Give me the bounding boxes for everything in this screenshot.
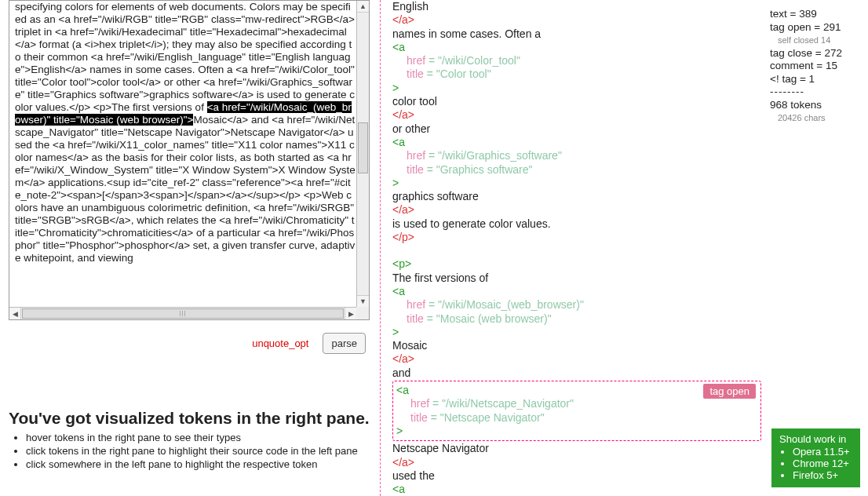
attr-value-token[interactable]: = "Mosaic (web browser)" xyxy=(427,312,552,325)
scroll-left-icon[interactable]: ◀ xyxy=(9,308,21,319)
text-token[interactable]: graphics software xyxy=(392,190,761,203)
text-token[interactable]: Mosaic xyxy=(392,339,761,352)
attr-value-token[interactable]: = "/wiki/Color_tool" xyxy=(429,54,520,67)
instructions-heading: You've got visualized tokens in the righ… xyxy=(9,409,370,428)
source-content[interactable]: specifying colors for elements of web do… xyxy=(15,1,356,306)
attr-value-token[interactable]: = "Graphics software" xyxy=(427,163,533,176)
text-token[interactable]: The first versions of xyxy=(392,272,761,285)
stat-tag-open: tag open = 291 xyxy=(770,21,860,35)
instruction-item: hover tokens in the right pane to see th… xyxy=(26,432,370,444)
tag-close-token[interactable]: </a> xyxy=(392,203,761,217)
stat-text: text = 389 xyxy=(770,8,860,21)
pane-divider xyxy=(380,0,381,496)
attr-value-token[interactable]: = "/wiki/Mosaic_(web_browser)" xyxy=(429,298,584,311)
tag-close-token[interactable]: </a> xyxy=(392,13,761,27)
tag-close-token[interactable]: </a> xyxy=(392,108,761,122)
stat-chars: 20426 chars xyxy=(770,111,860,125)
text-token[interactable]: and xyxy=(392,367,761,380)
vertical-scrollbar[interactable]: ▲ ▼ xyxy=(356,1,369,307)
tag-open-end-token[interactable]: > xyxy=(392,82,761,95)
tag-open-token[interactable]: <a xyxy=(392,136,761,149)
stat-bang-tag: <! tag = 1 xyxy=(770,73,860,86)
text-token[interactable]: Netscape Navigator xyxy=(392,442,761,455)
tag-close-token[interactable]: </p> xyxy=(392,231,761,244)
parse-button[interactable]: parse xyxy=(323,333,366,354)
controls-row: unquote_opt parse xyxy=(9,333,370,354)
scroll-down-icon[interactable]: ▼ xyxy=(357,295,369,307)
tag-open-end-token[interactable]: > xyxy=(392,177,761,190)
tag-close-token[interactable]: </a> xyxy=(392,456,761,469)
left-pane: specifying colors for elements of web do… xyxy=(9,0,370,472)
stat-self-closed: self closed 14 xyxy=(770,34,860,47)
scroll-up-icon[interactable]: ▲ xyxy=(357,1,369,13)
attr-value-token[interactable]: = "/wiki/Graphics_software" xyxy=(429,149,562,162)
horizontal-scroll-thumb[interactable] xyxy=(22,308,344,319)
stat-tag-close: tag close = 272 xyxy=(770,47,860,60)
text-token[interactable]: color tool xyxy=(392,95,761,108)
tag-close-token[interactable]: </a> xyxy=(392,352,761,366)
tag-open-token[interactable]: <a xyxy=(392,41,761,54)
token-pane: English </a> names in some cases. Often … xyxy=(392,0,761,496)
instructions: You've got visualized tokens in the righ… xyxy=(9,409,370,471)
tag-open-token[interactable]: <p> xyxy=(392,257,761,271)
attr-name-token[interactable]: title xyxy=(410,411,428,424)
text-token[interactable]: English xyxy=(392,0,761,13)
attr-value-token[interactable]: = "Netscape Navigator" xyxy=(431,411,545,424)
tag-open-end-token[interactable]: > xyxy=(392,326,761,339)
text-token[interactable]: names in some cases. Often a xyxy=(392,27,761,41)
text-token[interactable]: used the xyxy=(392,469,761,483)
scrollbar-corner xyxy=(356,307,369,319)
horizontal-scrollbar[interactable]: ◀ ▶ xyxy=(9,307,356,319)
attr-value-token[interactable]: = "/wiki/Netscape_Navigator" xyxy=(432,397,574,410)
attr-name-token[interactable]: title xyxy=(407,312,424,325)
tag-open-end-token[interactable]: > xyxy=(396,425,757,438)
source-textarea[interactable]: specifying colors for elements of web do… xyxy=(9,0,370,320)
stats-panel: text = 389 tag open = 291 self closed 14… xyxy=(770,8,860,125)
attr-name-token[interactable]: href xyxy=(407,54,425,67)
attr-name-token[interactable]: href xyxy=(407,298,425,311)
text-token[interactable]: is used to generate color values. xyxy=(392,217,761,231)
instruction-item: click somewhere in the left pane to high… xyxy=(26,458,370,471)
stat-separator: -------- xyxy=(770,86,860,99)
hovered-token-block[interactable]: tag open <a href = "/wiki/Netscape_Navig… xyxy=(392,381,761,441)
scroll-right-icon[interactable]: ▶ xyxy=(345,308,356,319)
tag-open-token[interactable]: <a xyxy=(392,285,761,298)
attr-value-token[interactable]: = "Color tool" xyxy=(427,67,491,80)
text-token[interactable]: or other xyxy=(392,122,761,136)
attr-name-token[interactable]: title xyxy=(407,67,424,80)
browser-item: Opera 11.5+ xyxy=(793,446,852,458)
unquote-opt-link[interactable]: unquote_opt xyxy=(252,337,308,349)
tag-open-token[interactable]: <a xyxy=(392,483,761,496)
browser-item: Firefox 5+ xyxy=(793,469,852,481)
vertical-scroll-thumb[interactable] xyxy=(358,122,368,173)
attr-name-token[interactable]: title xyxy=(407,163,424,176)
browser-support-badge: Should work in Opera 11.5+ Chrome 12+ Fi… xyxy=(771,429,860,487)
browser-item: Chrome 12+ xyxy=(793,458,852,469)
attr-name-token[interactable]: href xyxy=(407,149,425,162)
instruction-item: click tokens in the right pane to highli… xyxy=(26,445,370,458)
stat-tokens: 968 tokens xyxy=(770,99,860,112)
attr-name-token[interactable]: href xyxy=(410,397,429,410)
token-type-badge: tag open xyxy=(703,384,756,399)
stat-comment: comment = 15 xyxy=(770,60,860,73)
browser-support-heading: Should work in xyxy=(779,433,852,445)
